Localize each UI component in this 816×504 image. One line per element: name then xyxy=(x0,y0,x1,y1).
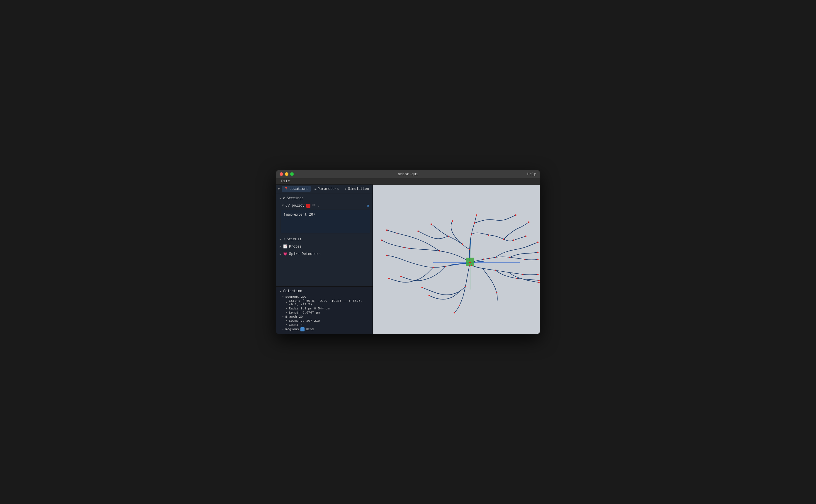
svg-point-17 xyxy=(537,274,539,275)
svg-point-26 xyxy=(381,239,383,241)
branch-item: • Branch 20 xyxy=(280,315,369,319)
menu-bar: File xyxy=(276,178,540,185)
svg-point-48 xyxy=(488,235,489,236)
regions-bullet: • xyxy=(282,328,284,331)
probes-label: Probes xyxy=(289,245,302,249)
cv-eye-icon[interactable]: 👁 xyxy=(312,203,316,208)
locations-icon: 📍 xyxy=(284,187,288,191)
svg-point-8 xyxy=(525,236,527,237)
svg-point-18 xyxy=(538,280,540,281)
cv-policy-editor[interactable]: (max-extent 20) xyxy=(281,210,370,233)
settings-section[interactable]: ▶ ⚙ Settings xyxy=(276,195,373,202)
tab-locations-label: Locations xyxy=(290,187,309,191)
cv-refresh-icon[interactable]: ↻ xyxy=(367,203,369,208)
svg-point-16 xyxy=(537,252,539,253)
window-title: arbor-gui xyxy=(398,172,418,176)
extent-bullet: • xyxy=(285,301,288,304)
selection-title: Selection xyxy=(283,289,302,293)
svg-point-44 xyxy=(524,259,525,260)
tab-arrow-icon: ▼ xyxy=(278,187,280,191)
region-name: dend xyxy=(306,328,314,331)
segments-bullet: • xyxy=(285,319,288,323)
svg-point-27 xyxy=(386,229,388,231)
length-item: • Length 5.6747 µm xyxy=(280,311,369,315)
svg-point-42 xyxy=(471,265,472,266)
cv-policy-code: (max-extent 20) xyxy=(283,212,315,217)
spike-detectors-label: Spike Detectors xyxy=(289,252,321,256)
svg-point-50 xyxy=(448,236,449,237)
tab-locations[interactable]: 📍 Locations xyxy=(282,186,311,192)
radii-label: Radii 0.8 µm 0.544 µm xyxy=(289,307,330,310)
svg-point-28 xyxy=(483,259,484,260)
selection-panel: ↗ Selection • Segment 207 • Extent (-60.… xyxy=(276,286,373,334)
tab-parameters[interactable]: ≡ Parameters xyxy=(312,186,341,192)
segment-item: • Segment 207 xyxy=(280,295,369,299)
svg-point-30 xyxy=(495,270,497,271)
radii-item: • Radii 0.8 µm 0.544 µm xyxy=(280,307,369,311)
svg-point-31 xyxy=(465,286,466,287)
svg-point-11 xyxy=(431,223,432,225)
branch-bullet: • xyxy=(282,315,284,319)
spike-arrow-icon: ▶ xyxy=(280,252,281,256)
svg-point-23 xyxy=(400,276,402,277)
spike-detectors-section[interactable]: ▶ 💗 Spike Detectors xyxy=(276,250,373,258)
minimize-button[interactable] xyxy=(285,172,288,176)
segment-bullet: • xyxy=(282,295,284,299)
tab-parameters-label: Parameters xyxy=(318,187,339,191)
file-menu[interactable]: File xyxy=(278,179,292,183)
svg-point-36 xyxy=(496,292,497,293)
close-button[interactable] xyxy=(280,172,283,176)
svg-point-14 xyxy=(537,259,539,260)
extent-label: Extent (-60.6, -9.9, -19.8) -- (-65.5, -… xyxy=(289,299,369,306)
svg-point-51 xyxy=(409,248,410,249)
svg-point-9 xyxy=(528,222,530,223)
cv-policy-label: CV policy xyxy=(285,204,305,208)
stimuli-section[interactable]: ▶ ⚡ Stimuli xyxy=(276,236,373,243)
svg-point-13 xyxy=(452,220,453,222)
svg-point-19 xyxy=(538,282,540,283)
svg-point-12 xyxy=(417,230,419,232)
tab-simulation-label: Simulation xyxy=(348,187,369,191)
main-window: arbor-gui Help File ▼ 📍 Locations ≡ Para… xyxy=(276,170,540,334)
svg-point-40 xyxy=(462,244,463,245)
simulation-icon: ✈ xyxy=(345,187,347,191)
stimuli-arrow-icon: ▶ xyxy=(280,238,281,241)
selection-cursor-icon: ↗ xyxy=(280,289,282,293)
visualization-area[interactable] xyxy=(373,185,540,334)
parameters-icon: ≡ xyxy=(314,187,316,191)
probes-chart-icon: 📈 xyxy=(283,244,288,249)
tab-simulation[interactable]: ✈ Simulation xyxy=(342,186,371,192)
length-label: Length 5.6747 µm xyxy=(289,311,320,314)
title-bar: arbor-gui Help xyxy=(276,170,540,178)
count-item: • Count 4 xyxy=(280,323,369,327)
tab-bar: ▼ 📍 Locations ≡ Parameters ✈ Simulation xyxy=(276,185,373,193)
svg-point-5 xyxy=(471,234,472,235)
svg-point-49 xyxy=(469,249,470,250)
svg-point-32 xyxy=(445,266,446,267)
cv-check-icon[interactable]: ✓ xyxy=(318,203,320,208)
selection-header: ↗ Selection xyxy=(280,289,369,293)
maximize-button[interactable] xyxy=(290,172,294,176)
svg-point-21 xyxy=(421,287,423,288)
svg-point-33 xyxy=(433,267,434,268)
segment-label: Segment 207 xyxy=(285,295,307,299)
svg-point-29 xyxy=(509,257,511,258)
help-button[interactable]: Help xyxy=(527,172,536,176)
stimuli-bolt-icon: ⚡ xyxy=(283,237,285,241)
regions-label: Regions xyxy=(285,328,299,331)
settings-arrow-icon: ▶ xyxy=(280,197,281,200)
settings-label: Settings xyxy=(287,196,304,200)
svg-point-52 xyxy=(396,233,397,234)
cv-policy-color-swatch[interactable] xyxy=(306,204,310,208)
svg-point-35 xyxy=(513,239,514,241)
cv-policy-arrow-icon: ▼ xyxy=(282,204,284,207)
probes-section[interactable]: ▶ 📈 Probes xyxy=(276,243,373,250)
svg-point-10 xyxy=(515,214,516,216)
svg-point-34 xyxy=(438,250,440,252)
spike-heart-icon: 💗 xyxy=(283,252,288,256)
svg-point-45 xyxy=(516,278,517,279)
cv-policy-section: ▼ CV policy 👁 ✓ ↻ (max-extent 20) xyxy=(276,202,373,236)
svg-point-38 xyxy=(403,246,405,248)
cv-icons-group: ↻ xyxy=(367,203,369,208)
svg-point-22 xyxy=(429,295,430,296)
